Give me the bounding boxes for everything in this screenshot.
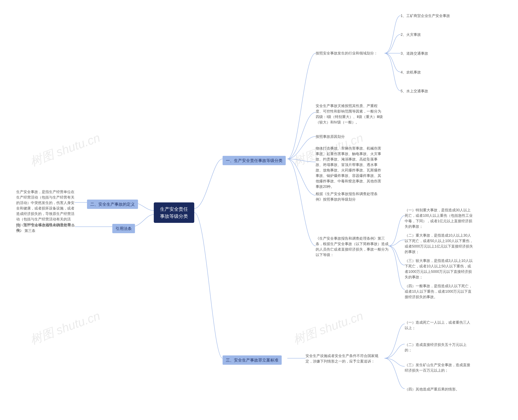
branch-references[interactable]: 引用法条 xyxy=(112,224,135,233)
leaf-references-text: [1]《生产安全事故报告和调查处理条例》 第三条 xyxy=(16,223,75,233)
watermark: 树图 shutu.cn xyxy=(291,308,365,348)
leaf-industry-item3: 3、道路交通事故 xyxy=(401,51,428,56)
mindmap-canvas: 树图 shutu.cn 树图 shutu.cn 树图 shutu.cn 树图 s… xyxy=(0,0,518,420)
leaf-regulation-based: 根据《生产安全事故报告和调查处理条例》按照事故的等级划分 xyxy=(316,191,385,202)
leaf-industry-item1: 1、工矿商贸企业生产安全事故 xyxy=(401,13,450,19)
leaf-industry-item2: 2、火灾事故 xyxy=(401,32,421,38)
leaf-criminal-2: （二）造成直接经济损失五十万元以上的； xyxy=(405,342,474,353)
watermark: 树图 shutu.cn xyxy=(28,308,102,348)
leaf-industry-item5: 5、水上交通事故 xyxy=(401,89,428,94)
branch-classification[interactable]: 一、生产安全责任事故等级分类 xyxy=(222,156,286,165)
leaf-level-3: （三）较大事故，是指造成3人以上10人以下死亡，或者10人以上50人以下重伤，或… xyxy=(405,258,474,280)
leaf-industry-item4: 4、农机事故 xyxy=(401,70,421,75)
leaf-level-4: （四）一般事故，是指造成3人以下死亡，或者10人以下重伤，或者1000万元以下直… xyxy=(405,283,474,300)
leaf-criminal-1: （一）造成死亡一人以上，或者重伤三人以上； xyxy=(405,320,474,331)
root-node[interactable]: 生产安全责任事故等级分类 xyxy=(154,202,194,223)
leaf-industry-label: 按照安全事故发生的行业和领域划分： xyxy=(316,51,377,56)
leaf-20-types: 物体打击事故、车辆伤害事故、机械伤害事故、起重伤害事故、触电事故、火灾事故、灼烫… xyxy=(316,146,385,189)
branch-criminal-standard[interactable]: 三、安全生产事故罪立案标准 xyxy=(222,355,282,365)
leaf-criminal-4: （四）其他造成严重后果的情形。 xyxy=(405,387,459,392)
leaf-by-cause: 按照事故原因划分 xyxy=(316,134,345,139)
leaf-criminal-text: 安全生产设施或者安全生产条件不符合国家规定，涉嫌下列情形之一的，应予立案追诉： xyxy=(305,353,382,364)
leaf-criminal-3: （三）发生矿山生产安全事故，造成直接经济损失一百万元以上的； xyxy=(405,362,474,373)
leaf-article3-label: 《生产安全事故报告和调查处理条例》第三条，根据生产安全事故（以下简称事故）造成的… xyxy=(316,236,388,258)
leaf-level-2: （二）重大事故，是指造成10人以上30人以下死亡，或者50人以上100人以下重伤… xyxy=(405,233,474,255)
branch-definition[interactable]: 二、安全生产事故的定义 xyxy=(87,200,138,209)
watermark: 树图 shutu.cn xyxy=(28,129,102,170)
leaf-level-1: （一）特别重大事故，是指造成30人以上死亡，或者100人以上重伤（包括急性工业中… xyxy=(405,208,474,229)
leaf-severity-4levels: 安全生产事故灾难按照其性质、严重程度、可控性和影响范围等因素，一般分为四级：Ⅰ级… xyxy=(316,103,385,125)
